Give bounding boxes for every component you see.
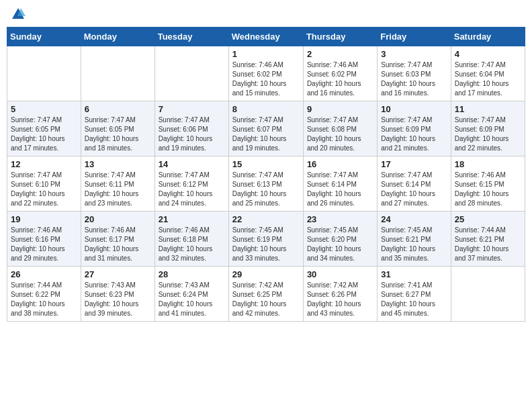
calendar-table: SundayMondayTuesdayWednesdayThursdayFrid… [7,27,525,322]
calendar-cell: 29Sunrise: 7:42 AM Sunset: 6:25 PM Dayli… [228,267,303,322]
day-info: Sunrise: 7:45 AM Sunset: 6:21 PM Dayligh… [381,226,447,263]
calendar-cell: 31Sunrise: 7:41 AM Sunset: 6:27 PM Dayli… [378,267,451,322]
calendar-week-row: 26Sunrise: 7:44 AM Sunset: 6:22 PM Dayli… [7,267,525,322]
day-info: Sunrise: 7:46 AM Sunset: 6:02 PM Dayligh… [307,60,373,98]
day-number: 23 [307,214,373,224]
calendar-week-row: 19Sunrise: 7:46 AM Sunset: 6:16 PM Dayli… [7,212,525,267]
day-header-wednesday: Wednesday [228,28,303,46]
day-number: 9 [307,104,373,114]
calendar-cell: 15Sunrise: 7:47 AM Sunset: 6:13 PM Dayli… [228,156,303,212]
calendar-cell: 6Sunrise: 7:47 AM Sunset: 6:05 PM Daylig… [81,101,154,156]
day-header-saturday: Saturday [451,28,525,46]
day-info: Sunrise: 7:43 AM Sunset: 6:23 PM Dayligh… [85,281,151,318]
calendar-cell: 25Sunrise: 7:44 AM Sunset: 6:21 PM Dayli… [451,212,525,267]
day-number: 1 [232,49,300,59]
day-number: 3 [381,49,447,59]
day-header-sunday: Sunday [7,28,81,46]
day-info: Sunrise: 7:47 AM Sunset: 6:09 PM Dayligh… [381,116,447,153]
day-number: 10 [381,104,447,114]
day-info: Sunrise: 7:47 AM Sunset: 6:06 PM Dayligh… [159,116,225,153]
day-info: Sunrise: 7:44 AM Sunset: 6:22 PM Dayligh… [11,281,77,318]
day-number: 17 [381,159,447,169]
day-header-thursday: Thursday [303,28,377,46]
calendar-cell [451,267,525,322]
day-info: Sunrise: 7:47 AM Sunset: 6:13 PM Dayligh… [232,171,300,208]
calendar-header-row: SundayMondayTuesdayWednesdayThursdayFrid… [7,28,525,46]
day-info: Sunrise: 7:42 AM Sunset: 6:26 PM Dayligh… [307,281,373,318]
page-header [7,7,525,21]
day-number: 13 [85,159,151,169]
day-info: Sunrise: 7:47 AM Sunset: 6:04 PM Dayligh… [455,60,521,98]
logo [9,7,27,21]
day-number: 18 [455,159,521,169]
day-info: Sunrise: 7:47 AM Sunset: 6:11 PM Dayligh… [85,171,151,208]
day-number: 8 [232,104,300,114]
day-info: Sunrise: 7:45 AM Sunset: 6:19 PM Dayligh… [232,226,300,263]
calendar-cell [154,46,228,101]
day-header-monday: Monday [81,28,154,46]
calendar-cell: 2Sunrise: 7:46 AM Sunset: 6:02 PM Daylig… [303,46,377,101]
day-number: 11 [455,104,521,114]
logo-icon [11,7,26,21]
calendar-cell: 22Sunrise: 7:45 AM Sunset: 6:19 PM Dayli… [228,212,303,267]
calendar-cell: 7Sunrise: 7:47 AM Sunset: 6:06 PM Daylig… [154,101,228,156]
calendar-cell [7,46,81,101]
calendar-cell: 23Sunrise: 7:45 AM Sunset: 6:20 PM Dayli… [303,212,377,267]
calendar-cell: 26Sunrise: 7:44 AM Sunset: 6:22 PM Dayli… [7,267,81,322]
day-number: 12 [11,159,77,169]
day-info: Sunrise: 7:47 AM Sunset: 6:03 PM Dayligh… [381,60,447,98]
day-info: Sunrise: 7:47 AM Sunset: 6:12 PM Dayligh… [159,171,225,208]
calendar-week-row: 5Sunrise: 7:47 AM Sunset: 6:05 PM Daylig… [7,101,525,156]
day-number: 6 [85,104,151,114]
calendar-cell: 3Sunrise: 7:47 AM Sunset: 6:03 PM Daylig… [378,46,451,101]
day-info: Sunrise: 7:45 AM Sunset: 6:20 PM Dayligh… [307,226,373,263]
calendar-cell: 18Sunrise: 7:46 AM Sunset: 6:15 PM Dayli… [451,156,525,212]
day-number: 19 [11,214,77,224]
day-info: Sunrise: 7:47 AM Sunset: 6:07 PM Dayligh… [232,116,300,153]
calendar-week-row: 1Sunrise: 7:46 AM Sunset: 6:02 PM Daylig… [7,46,525,101]
day-info: Sunrise: 7:47 AM Sunset: 6:05 PM Dayligh… [11,116,77,153]
day-info: Sunrise: 7:47 AM Sunset: 6:10 PM Dayligh… [11,171,77,208]
calendar-cell: 13Sunrise: 7:47 AM Sunset: 6:11 PM Dayli… [81,156,154,212]
day-info: Sunrise: 7:47 AM Sunset: 6:14 PM Dayligh… [307,171,373,208]
day-number: 4 [455,49,521,59]
day-info: Sunrise: 7:47 AM Sunset: 6:08 PM Dayligh… [307,116,373,153]
calendar-cell: 19Sunrise: 7:46 AM Sunset: 6:16 PM Dayli… [7,212,81,267]
calendar-cell: 16Sunrise: 7:47 AM Sunset: 6:14 PM Dayli… [303,156,377,212]
calendar-cell: 30Sunrise: 7:42 AM Sunset: 6:26 PM Dayli… [303,267,377,322]
day-number: 21 [159,214,225,224]
day-number: 24 [381,214,447,224]
calendar-cell: 21Sunrise: 7:46 AM Sunset: 6:18 PM Dayli… [154,212,228,267]
day-number: 2 [307,49,373,59]
calendar-cell: 27Sunrise: 7:43 AM Sunset: 6:23 PM Dayli… [81,267,154,322]
day-info: Sunrise: 7:44 AM Sunset: 6:21 PM Dayligh… [455,226,521,263]
day-number: 29 [232,269,300,279]
calendar-cell: 9Sunrise: 7:47 AM Sunset: 6:08 PM Daylig… [303,101,377,156]
calendar-cell: 4Sunrise: 7:47 AM Sunset: 6:04 PM Daylig… [451,46,525,101]
day-number: 28 [159,269,225,279]
day-number: 7 [159,104,225,114]
day-number: 27 [85,269,151,279]
day-info: Sunrise: 7:46 AM Sunset: 6:15 PM Dayligh… [455,171,521,208]
day-number: 26 [11,269,77,279]
calendar-cell: 12Sunrise: 7:47 AM Sunset: 6:10 PM Dayli… [7,156,81,212]
calendar-cell: 5Sunrise: 7:47 AM Sunset: 6:05 PM Daylig… [7,101,81,156]
calendar-week-row: 12Sunrise: 7:47 AM Sunset: 6:10 PM Dayli… [7,156,525,212]
calendar-cell: 14Sunrise: 7:47 AM Sunset: 6:12 PM Dayli… [154,156,228,212]
day-info: Sunrise: 7:46 AM Sunset: 6:16 PM Dayligh… [11,226,77,263]
day-number: 25 [455,214,521,224]
calendar-cell: 1Sunrise: 7:46 AM Sunset: 6:02 PM Daylig… [228,46,303,101]
day-number: 15 [232,159,300,169]
calendar-cell: 11Sunrise: 7:47 AM Sunset: 6:09 PM Dayli… [451,101,525,156]
calendar-cell: 8Sunrise: 7:47 AM Sunset: 6:07 PM Daylig… [228,101,303,156]
day-info: Sunrise: 7:42 AM Sunset: 6:25 PM Dayligh… [232,281,300,318]
day-header-tuesday: Tuesday [154,28,228,46]
day-number: 30 [307,269,373,279]
day-info: Sunrise: 7:47 AM Sunset: 6:05 PM Dayligh… [85,116,151,153]
calendar-cell: 10Sunrise: 7:47 AM Sunset: 6:09 PM Dayli… [378,101,451,156]
calendar-cell: 24Sunrise: 7:45 AM Sunset: 6:21 PM Dayli… [378,212,451,267]
day-info: Sunrise: 7:46 AM Sunset: 6:02 PM Dayligh… [232,60,300,98]
calendar-cell [81,46,154,101]
day-number: 22 [232,214,300,224]
day-info: Sunrise: 7:46 AM Sunset: 6:17 PM Dayligh… [85,226,151,263]
